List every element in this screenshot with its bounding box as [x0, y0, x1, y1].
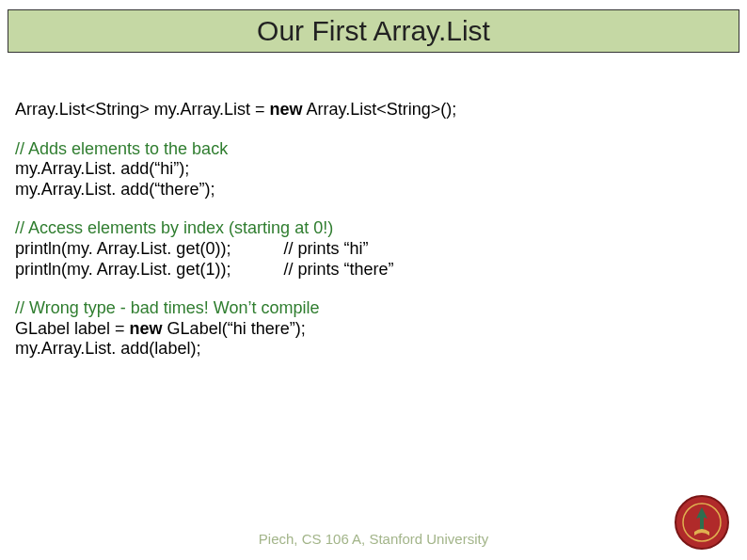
- decl-pre: Array.List<String> my.Array.List =: [15, 100, 270, 119]
- declaration-line: Array.List<String> my.Array.List = new A…: [15, 100, 732, 120]
- get-2-code: println(my. Array.List. get(1));: [15, 260, 230, 279]
- section-add: // Adds elements to the back my.Array.Li…: [15, 139, 732, 200]
- comment-get: // Access elements by index (starting at…: [15, 218, 732, 239]
- section-get: // Access elements by index (starting at…: [15, 218, 732, 280]
- slide-body: Array.List<String> my.Array.List = new A…: [15, 100, 732, 378]
- wrong-1b: GLabel(“hi there”);: [163, 319, 306, 338]
- wrong-1a: GLabel label =: [15, 319, 130, 338]
- get-line-1: println(my. Array.List. get(0));// print…: [15, 239, 732, 260]
- add-line-2: my.Array.List. add(“there”);: [15, 180, 732, 200]
- slide-footer: Piech, CS 106 A, Stanford University: [0, 531, 747, 547]
- get-1-code: println(my. Array.List. get(0));: [15, 239, 230, 258]
- slide-title: Our First Array.List: [257, 15, 490, 47]
- get-2-comment: // prints “there”: [283, 260, 393, 279]
- wrong-1-kw: new: [130, 319, 163, 338]
- comment-wrong: // Wrong type - bad times! Won’t compile: [15, 298, 732, 319]
- decl-kw: new: [270, 100, 303, 119]
- stanford-seal-icon: [674, 494, 730, 551]
- section-wrong: // Wrong type - bad times! Won’t compile…: [15, 298, 732, 360]
- decl-post: Array.List<String>();: [303, 100, 457, 119]
- add-line-1: my.Array.List. add(“hi”);: [15, 159, 732, 180]
- comment-add: // Adds elements to the back: [15, 139, 732, 160]
- wrong-line-1: GLabel label = new GLabel(“hi there”);: [15, 319, 732, 340]
- wrong-line-2: my.Array.List. add(label);: [15, 339, 732, 360]
- slide-title-bar: Our First Array.List: [8, 9, 739, 53]
- get-line-2: println(my. Array.List. get(1));// print…: [15, 260, 732, 280]
- get-1-comment: // prints “hi”: [283, 239, 368, 258]
